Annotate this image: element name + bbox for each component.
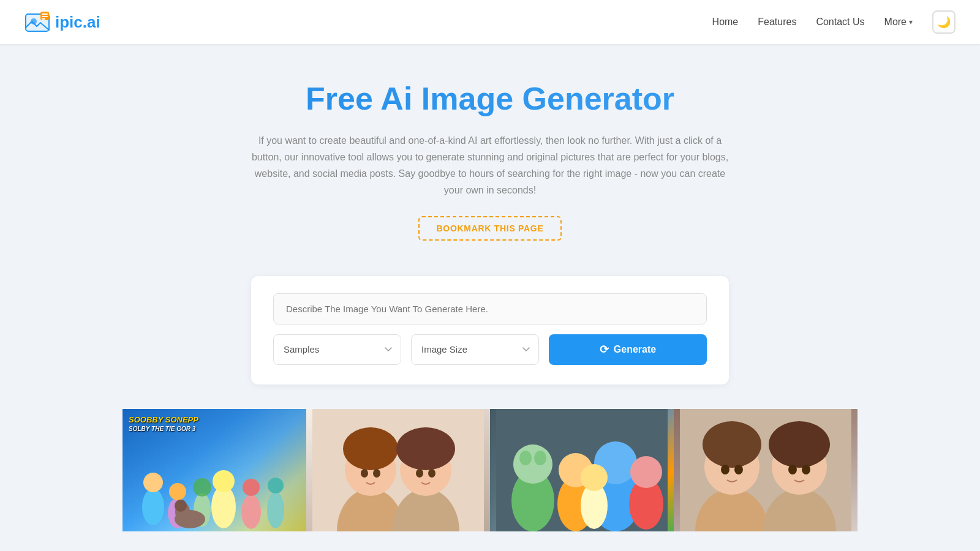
svg-rect-5 [42, 18, 45, 20]
svg-point-9 [169, 483, 186, 500]
svg-point-45 [581, 464, 608, 491]
svg-point-30 [416, 469, 423, 478]
gallery-item-2 [306, 409, 490, 531]
svg-point-35 [513, 444, 552, 484]
generate-label: Generate [614, 344, 656, 355]
gallery-item-4 [674, 409, 858, 531]
prompt-input[interactable] [273, 293, 707, 324]
svg-point-16 [267, 492, 284, 528]
samples-select[interactable]: Samples 1 2 4 [273, 334, 401, 365]
svg-point-53 [721, 465, 729, 474]
svg-point-11 [193, 478, 211, 497]
gallery-item-1: SOOBBY SONEPP SOLBY THE TIE GOR 3 [123, 409, 306, 531]
chevron-down-icon: ▾ [909, 18, 913, 26]
svg-point-29 [373, 469, 380, 478]
svg-rect-3 [42, 13, 48, 15]
nav-contact[interactable]: Contact Us [816, 17, 864, 28]
image-gallery: SOOBBY SONEPP SOLBY THE TIE GOR 3 [123, 409, 858, 531]
logo-icon [24, 9, 50, 35]
gallery-image-2-svg [306, 409, 490, 531]
svg-point-6 [142, 489, 164, 525]
refresh-icon: ⟳ [600, 343, 609, 356]
bookmark-button[interactable]: BOOKMARK THIS PAGE [418, 216, 562, 241]
logo-text: ipic.ai [55, 13, 100, 32]
svg-rect-4 [42, 16, 48, 17]
nav-links: Home Features Contact Us More ▾ 🌙 [712, 10, 956, 34]
svg-point-7 [143, 473, 163, 492]
svg-point-56 [802, 465, 810, 474]
nav-features[interactable]: Features [758, 17, 796, 28]
nav-more-dropdown[interactable]: More ▾ [884, 17, 913, 28]
svg-point-43 [630, 456, 662, 488]
moon-icon: 🌙 [937, 15, 951, 29]
svg-point-14 [241, 495, 261, 529]
svg-point-24 [343, 427, 398, 470]
gallery-image-3-svg [490, 409, 674, 531]
svg-point-37 [534, 451, 546, 465]
hero-title: Free Ai Image Generator [12, 81, 968, 118]
svg-point-52 [769, 421, 830, 468]
nav-home[interactable]: Home [712, 17, 739, 28]
generate-button[interactable]: ⟳ Generate [549, 334, 707, 365]
svg-point-49 [703, 421, 761, 468]
gallery-image-1-svg [123, 433, 306, 531]
svg-point-28 [361, 469, 368, 478]
gallery-image-overlay-1: SOOBBY SONEPP SOLBY THE TIE GOR 3 [129, 415, 198, 433]
svg-point-27 [396, 427, 455, 470]
logo-link[interactable]: ipic.ai [24, 9, 100, 35]
svg-point-13 [213, 470, 235, 492]
generator-card: Samples 1 2 4 Image Size 256×256 512×512… [251, 276, 729, 384]
theme-toggle-button[interactable]: 🌙 [932, 10, 956, 34]
svg-point-55 [788, 465, 797, 474]
svg-point-17 [268, 478, 284, 493]
svg-point-54 [734, 465, 743, 474]
svg-point-31 [428, 469, 435, 478]
gallery-image-4-svg [674, 409, 858, 531]
image-size-select[interactable]: Image Size 256×256 512×512 1024×1024 [411, 334, 539, 365]
navbar: ipic.ai Home Features Contact Us More ▾ … [0, 0, 980, 44]
gallery-item-3 [490, 409, 674, 531]
hero-description: If you want to create beautiful and one-… [251, 132, 729, 199]
svg-point-20 [175, 500, 187, 512]
nav-more-label: More [884, 17, 907, 28]
svg-point-36 [519, 451, 532, 465]
svg-point-15 [243, 479, 260, 496]
controls-row: Samples 1 2 4 Image Size 256×256 512×512… [273, 334, 707, 365]
hero-section: Free Ai Image Generator If you want to c… [0, 44, 980, 259]
